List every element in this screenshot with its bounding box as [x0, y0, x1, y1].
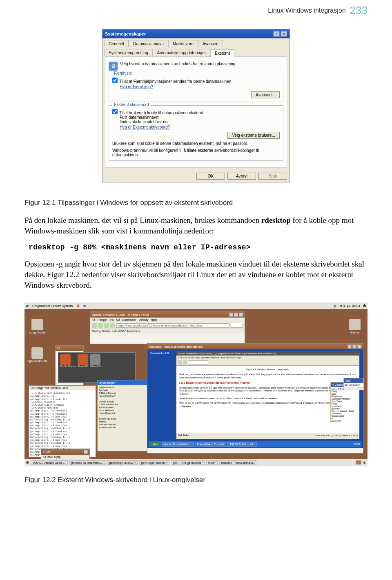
- paragraph-2: Opsjonen -g angir hvor stor del av skjer…: [24, 259, 368, 290]
- close-icon[interactable]: ×: [239, 313, 243, 317]
- close-icon[interactable]: ×: [357, 344, 361, 349]
- task-gwn[interactable]: gwn – til å gjennom fler: [171, 460, 205, 465]
- app-gthumb[interactable]: Gthumb-3...: [90, 354, 103, 367]
- ubuntu-desktop-screenshot: ◐ Programmer Steder System 🦊 ✉ 🔊 tir 4. …: [24, 302, 368, 466]
- task-term2[interactable]: geirm@gm-ubuntu:~: [139, 460, 169, 465]
- workspace-switcher[interactable]: [356, 460, 361, 464]
- app-firefox[interactable]: Mozilla Firefox: [60, 354, 76, 367]
- terminal-content[interactable]: /usr/share/vim/vim64/doc/re geirøgr.bunt…: [29, 390, 96, 457]
- reload-icon[interactable]: [104, 323, 109, 328]
- task-innboks[interactable]: [Innboks for Geir.Planb...: [69, 460, 105, 465]
- paragraph-1: På den lokale maskinen, det vil si på Li…: [24, 215, 368, 236]
- desktop-icon-pcmpd[interactable]: pcmpd-home: [27, 319, 47, 334]
- framemaker-menubar[interactable]: Fil Edit Format View Special Graphics Ta…: [176, 356, 359, 360]
- font-select[interactable]: [188, 360, 208, 364]
- figure-caption-2: Figur 12.2 Eksternt Windows-skrivebord i…: [24, 476, 368, 484]
- max-icon[interactable]: □: [234, 313, 238, 317]
- gimp-toolbox-window: GIMP× Fil Utvid Hjelp: [41, 449, 90, 458]
- gnome-topbar: ◐ Programmer Steder System 🦊 ✉ 🔊 tir 4. …: [24, 302, 368, 309]
- rdesktop-window: rdesktop - findus.akelans.aitel.hist.no …: [147, 343, 363, 453]
- remotehelp-advanced-button[interactable]: Avansert...: [251, 91, 280, 98]
- min-icon[interactable]: _: [229, 313, 233, 317]
- logout-icon[interactable]: ⏻: [363, 304, 366, 308]
- remotedesk-checkbox[interactable]: [112, 109, 118, 114]
- sok-panel: Søk Søk som ikoner ▾: [343, 378, 364, 390]
- xp-title-text: Systemegenskaper: [105, 31, 146, 36]
- xp-tabs-row2: Systemgjenoppretting Automatiske oppdate…: [102, 47, 290, 56]
- tab-systemgjenoppretting[interactable]: Systemgjenoppretting: [104, 49, 153, 56]
- tab-eksternt[interactable]: Eksternt: [210, 49, 234, 57]
- mail-launcher-icon[interactable]: ✉: [83, 304, 86, 308]
- task-rdesktop[interactable]: rdesktop - findus.akelans...: [219, 460, 258, 465]
- xp-intro-text: Velg hvordan datamaskinen kan brukes fra…: [120, 62, 236, 66]
- trash-icon[interactable]: 🗑: [363, 461, 366, 464]
- tab-avansert[interactable]: Avansert: [198, 40, 223, 47]
- task-term1[interactable]: [geirm@gm-ub.ntu.~]: [107, 460, 138, 465]
- min-icon[interactable]: _: [347, 344, 352, 349]
- fm-status-left: Søk Bokst: [178, 434, 189, 437]
- firefox-menubar[interactable]: FilRedigerVisGåBokmerkerVerktøyHjelp: [90, 318, 245, 322]
- taskbar-def[interactable]: 153.39.5.146 - def...: [227, 442, 257, 447]
- tab-auto-oppdateringer[interactable]: Automatiske oppdateringer: [153, 49, 211, 56]
- desktop-icon-docszip[interactable]: ingbe-ro.doc.zip: [27, 347, 47, 362]
- xp-tab-body: 🖥 Velg hvordan datamaskinen kan brukes f…: [105, 56, 287, 168]
- app-icons-window: Mozilla Firefox Firefox32 Gthumb-3...: [58, 352, 136, 383]
- close-icon[interactable]: ×: [281, 31, 287, 37]
- stop-icon[interactable]: [110, 323, 115, 328]
- tab-maskinvare[interactable]: Maskinvare: [168, 40, 198, 47]
- tray-clock: 08:33: [354, 443, 360, 445]
- desktop-icon-diverse[interactable]: diverse: [345, 319, 365, 334]
- close-icon[interactable]: ×: [84, 450, 88, 454]
- remotedesk-fieldset: Eksternt skrivebord Tillat brukere å kob…: [109, 105, 283, 161]
- max-icon[interactable]: □: [352, 344, 356, 349]
- nested-sysprops-title: Systemegen: [98, 380, 150, 385]
- start-button[interactable]: start: [150, 442, 161, 446]
- rdesktop-title: rdesktop - findus.akelans.aitel.hist.no: [149, 345, 203, 349]
- ubuntu-logo-icon[interactable]: ◐: [26, 304, 29, 308]
- url-input[interactable]: https://help.ubuntu.com/6.06/ubuntu/desk…: [116, 323, 229, 328]
- clock[interactable]: tir 4. jul, 08:34: [340, 304, 360, 308]
- xp-titlebar: Systemegenskaper ? ×: [102, 29, 290, 38]
- help-icon[interactable]: ?: [273, 31, 280, 37]
- hostname-value: findus.akelans.aitel.hist.no: [120, 120, 280, 124]
- remotehelp-link[interactable]: Hva er Fjernhjelp?: [120, 84, 153, 89]
- nested-sysprops-window: Systemegen Velg hvordan dat Fjernhjelp ☑…: [97, 380, 150, 451]
- remotehelp-checkbox[interactable]: [112, 78, 118, 83]
- tab-generelt[interactable]: Generelt: [104, 40, 129, 47]
- remotehelp-fieldset: Fjernhjelp Tillat at Fjernhjelpinvitasjo…: [109, 74, 283, 102]
- remotehelp-checkbox-label: Tillat at Fjernhjelpinvitasjoner sendes …: [119, 79, 231, 84]
- remotedesk-link[interactable]: Hva er Eksternt skrivebord?: [120, 125, 170, 129]
- taskbar-console[interactable]: FrameMaker Console: [195, 442, 226, 447]
- toolbar-icon[interactable]: [183, 360, 187, 364]
- search-input[interactable]: [231, 323, 243, 328]
- section-title: Linux Windows integrasjon: [268, 7, 345, 14]
- volume-icon[interactable]: 🔊: [333, 304, 337, 308]
- cancel-button[interactable]: Avbryt: [227, 173, 256, 180]
- menu-programmer[interactable]: Programmer Steder System: [32, 304, 73, 308]
- show-desktop-icon[interactable]: ▦: [26, 461, 29, 464]
- taskbar-fm[interactable]: Adobe FrameMaker...: [162, 442, 194, 447]
- page-number: 233: [350, 4, 368, 17]
- catalog-item[interactable]: uCourier: [332, 420, 357, 422]
- terminal-menubar[interactable]: Fil Rediger Vis Terminal Fane: [29, 386, 96, 390]
- toolbar-icon[interactable]: [178, 360, 182, 364]
- firefox-title: Ubuntu Desktop Guide - Mozilla Firefox: [92, 313, 149, 317]
- task-gimp[interactable]: GIMP: [206, 460, 218, 465]
- bookmark-bar[interactable]: Getting Started Latest BBC Headlines: [92, 330, 140, 333]
- ok-button[interactable]: OK: [196, 173, 225, 180]
- remotedesk-note2: Windows-brannmur vil bli konfigurert til…: [112, 148, 280, 157]
- forward-icon[interactable]: [98, 323, 103, 328]
- firefox-launcher-icon[interactable]: 🦊: [76, 304, 80, 308]
- terminal-window: Fil Rediger Vis Terminal Fane /usr/share…: [29, 385, 96, 453]
- fm-status-right: Flow: A ¶: 497 (11 of 12) 100% z Z ⊞ ⊟: [315, 434, 358, 437]
- app-firefox32[interactable]: Firefox32: [78, 354, 88, 367]
- back-icon[interactable]: [92, 323, 97, 328]
- figure-caption-1: Figur 12.1 Tilpassinger i Windows for op…: [24, 199, 368, 207]
- select-external-users-button[interactable]: Velg eksterne brukere...: [227, 132, 280, 139]
- apply-button[interactable]: Bruk: [258, 173, 287, 180]
- remotedesk-legend: Eksternt skrivebord: [112, 102, 151, 107]
- command-line: rdesktop -g 80% <maskinens navn eller IP…: [29, 243, 368, 251]
- remotehelp-legend: Fjernhjelp: [112, 71, 134, 76]
- tab-datamaskinnavn[interactable]: Datamaskinnavn: [129, 40, 168, 47]
- task-ubuntu-guide[interactable]: Ubunt... Desktop Guide ...: [31, 460, 68, 465]
